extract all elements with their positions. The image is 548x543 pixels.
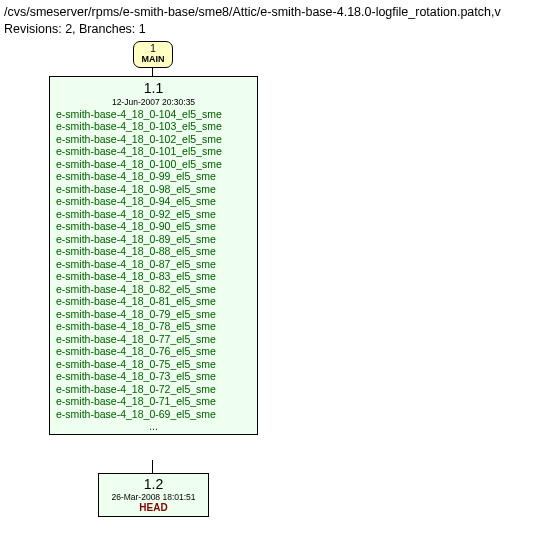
revision-tag: e-smith-base-4_18_0-76_el5_sme [56, 345, 251, 358]
revision-tag: e-smith-base-4_18_0-103_el5_sme [56, 120, 251, 133]
revision-node-1-1[interactable]: 1.1 12-Jun-2007 20:30:35 e-smith-base-4_… [49, 76, 258, 436]
revision-tag: e-smith-base-4_18_0-71_el5_sme [56, 395, 251, 408]
revision-tag: e-smith-base-4_18_0-101_el5_sme [56, 145, 251, 158]
revision-tag: e-smith-base-4_18_0-90_el5_sme [56, 220, 251, 233]
revision-tag: e-smith-base-4_18_0-89_el5_sme [56, 233, 251, 246]
revision-tag: e-smith-base-4_18_0-87_el5_sme [56, 258, 251, 271]
revision-head-tag: HEAD [105, 502, 202, 513]
branch-number: 1 [134, 44, 172, 54]
revision-tag: e-smith-base-4_18_0-94_el5_sme [56, 195, 251, 208]
revision-number: 1.2 [105, 477, 202, 492]
revision-tag: e-smith-base-4_18_0-98_el5_sme [56, 183, 251, 196]
revision-tag: e-smith-base-4_18_0-104_el5_sme [56, 108, 251, 121]
revision-tag: e-smith-base-4_18_0-77_el5_sme [56, 333, 251, 346]
revision-tag: e-smith-base-4_18_0-82_el5_sme [56, 283, 251, 296]
revision-tag: e-smith-base-4_18_0-72_el5_sme [56, 383, 251, 396]
revision-tag: e-smith-base-4_18_0-73_el5_sme [56, 370, 251, 383]
file-path: /cvs/smeserver/rpms/e-smith-base/sme8/At… [4, 4, 548, 21]
revision-date: 12-Jun-2007 20:30:35 [56, 97, 251, 107]
revision-stats: Revisions: 2, Branches: 1 [4, 21, 548, 38]
branch-name: MAIN [134, 54, 172, 64]
revision-number: 1.1 [56, 81, 251, 96]
revision-date: 26-Mar-2008 18:01:51 [105, 492, 202, 502]
revision-tag: e-smith-base-4_18_0-102_el5_sme [56, 133, 251, 146]
revision-tags-ellipsis: ... [56, 420, 251, 432]
revision-tag: e-smith-base-4_18_0-92_el5_sme [56, 208, 251, 221]
revision-tag: e-smith-base-4_18_0-69_el5_sme [56, 408, 251, 421]
revision-tag: e-smith-base-4_18_0-88_el5_sme [56, 245, 251, 258]
revision-tag: e-smith-base-4_18_0-81_el5_sme [56, 295, 251, 308]
revision-tag: e-smith-base-4_18_0-83_el5_sme [56, 270, 251, 283]
branch-node-main[interactable]: 1 MAIN [133, 41, 173, 68]
revision-tag: e-smith-base-4_18_0-100_el5_sme [56, 158, 251, 171]
revision-tag: e-smith-base-4_18_0-75_el5_sme [56, 358, 251, 371]
revision-node-1-2[interactable]: 1.2 26-Mar-2008 18:01:51 HEAD [98, 473, 209, 517]
revision-tag: e-smith-base-4_18_0-79_el5_sme [56, 308, 251, 321]
edge-rev1-to-rev2 [152, 460, 153, 473]
revision-tag: e-smith-base-4_18_0-99_el5_sme [56, 170, 251, 183]
revision-graph: 1 MAIN 1.1 12-Jun-2007 20:30:35 e-smith-… [4, 40, 544, 537]
revision-tag: e-smith-base-4_18_0-78_el5_sme [56, 320, 251, 333]
